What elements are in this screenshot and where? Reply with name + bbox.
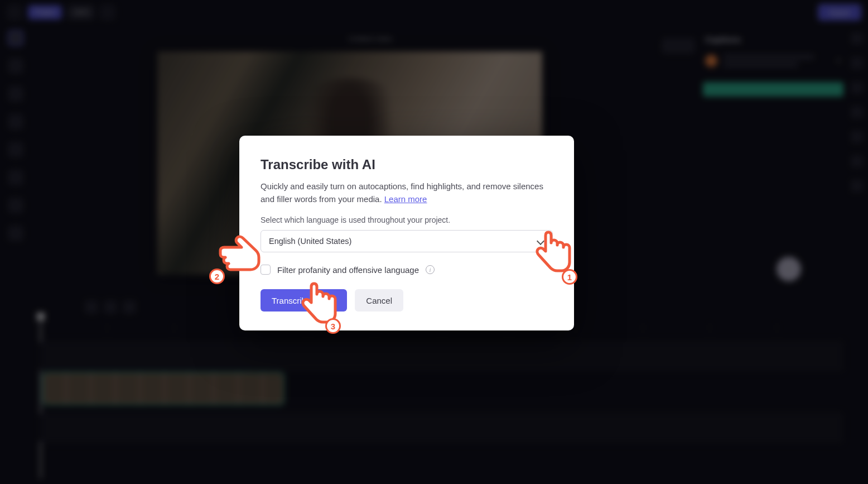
transcribe-media-button[interactable]: Transcribe media (261, 289, 347, 312)
learn-more-link[interactable]: Learn more (384, 194, 427, 204)
filter-profanity-label: Filter profanity and offensive language (277, 265, 419, 275)
language-selected-value: English (United States) (269, 237, 351, 246)
language-label: Select which language is used throughout… (261, 215, 553, 224)
language-select[interactable]: English (United States) (261, 230, 553, 252)
chevron-down-icon (537, 237, 544, 245)
transcribe-modal: Transcribe with AI Quickly and easily tu… (239, 136, 574, 330)
filter-profanity-checkbox[interactable] (261, 265, 271, 275)
info-icon[interactable] (426, 265, 435, 274)
modal-title: Transcribe with AI (261, 157, 553, 172)
cancel-button[interactable]: Cancel (355, 289, 403, 312)
modal-description: Quickly and easily turn on autocaptions,… (261, 180, 553, 205)
